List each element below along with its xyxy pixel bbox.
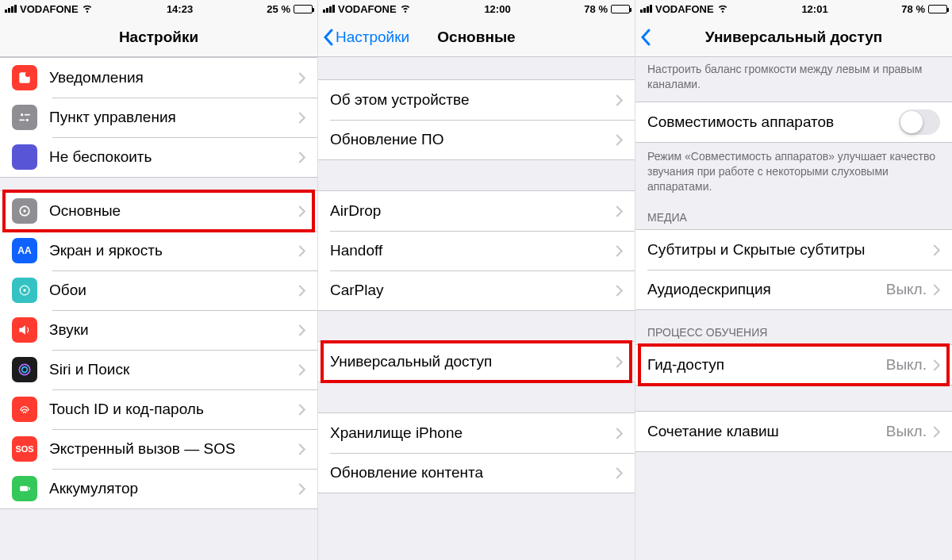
wifi-icon (82, 2, 93, 16)
row-carplay[interactable]: CarPlay (318, 270, 635, 310)
chevron-right-icon (933, 359, 940, 371)
chevron-right-icon (616, 285, 623, 297)
chevron-right-icon (933, 244, 940, 256)
chevron-right-icon (298, 483, 305, 495)
wifi-icon (400, 2, 411, 16)
row-display[interactable]: AA Экран и яркость (0, 231, 317, 270)
chevron-right-icon (298, 245, 305, 257)
row-general[interactable]: Основные (0, 191, 317, 231)
back-button[interactable] (640, 29, 651, 46)
page-title: Универсальный доступ (705, 29, 882, 46)
row-battery[interactable]: Аккумулятор (0, 469, 317, 508)
accessibility-list[interactable]: Настроить баланс громкости между левым и… (635, 57, 952, 560)
chevron-right-icon (616, 356, 623, 368)
sos-icon: SOS (12, 436, 37, 462)
clock: 12:01 (801, 3, 827, 15)
fingerprint-icon (12, 397, 37, 422)
svg-rect-12 (20, 486, 28, 492)
svg-point-9 (23, 289, 25, 291)
row-dnd[interactable]: Не беспокоить (0, 137, 317, 177)
status-bar: VODAFONE 12:00 78 % (318, 0, 635, 17)
page-title: Настройки (119, 29, 198, 46)
chevron-right-icon (616, 245, 623, 257)
battery-icon (294, 5, 313, 13)
nav-bar: Универсальный доступ (635, 17, 952, 57)
chevron-right-icon (933, 284, 940, 296)
balance-footer: Настроить баланс громкости между левым и… (635, 57, 952, 94)
svg-point-11 (22, 367, 28, 373)
page-title: Основные (437, 29, 515, 46)
svg-rect-5 (19, 120, 25, 121)
screen-general: VODAFONE 12:00 78 % Настройки Основные О… (317, 0, 635, 560)
row-subtitles[interactable]: Субтитры и Скрытые субтитры (635, 230, 952, 270)
chevron-right-icon (298, 152, 305, 163)
svg-point-1 (25, 72, 31, 78)
row-control-center[interactable]: Пункт управления (0, 98, 317, 137)
general-list[interactable]: Об этом устройстве Обновление ПО AirDrop… (318, 57, 635, 560)
moon-icon (12, 144, 37, 170)
control-center-icon (12, 105, 37, 130)
signal-icon (323, 5, 335, 13)
chevron-right-icon (298, 404, 305, 416)
chevron-right-icon (298, 443, 305, 455)
row-audio-description[interactable]: АудиодескрипцияВыкл. (635, 270, 952, 309)
row-handoff[interactable]: Handoff (318, 231, 635, 270)
clock: 14:23 (167, 3, 193, 15)
carrier: VODAFONE (20, 3, 79, 15)
row-shortcut[interactable]: Сочетание клавишВыкл. (635, 412, 952, 451)
svg-rect-13 (29, 487, 30, 489)
row-software-update[interactable]: Обновление ПО (318, 120, 635, 159)
battery-pct: 78 % (901, 3, 925, 15)
signal-icon (640, 5, 652, 13)
row-notifications[interactable]: Уведомления (0, 58, 317, 98)
row-airdrop[interactable]: AirDrop (318, 191, 635, 231)
row-touchid[interactable]: Touch ID и код-пароль (0, 389, 317, 429)
chevron-right-icon (298, 364, 305, 376)
svg-point-10 (19, 364, 29, 374)
gear-icon (12, 198, 37, 224)
siri-icon (12, 357, 37, 382)
status-bar: VODAFONE 14:23 25 % (0, 0, 317, 17)
chevron-right-icon (616, 134, 623, 146)
row-siri[interactable]: Siri и Поиск (0, 350, 317, 389)
battery-icon (611, 5, 630, 13)
nav-bar: Настройки (0, 17, 317, 57)
chevron-right-icon (298, 205, 305, 217)
settings-list[interactable]: Уведомления Пункт управления Не беспокои… (0, 57, 317, 560)
carrier: VODAFONE (338, 3, 397, 15)
row-sounds[interactable]: Звуки (0, 310, 317, 350)
screen-accessibility: VODAFONE 12:01 78 % Универсальный доступ… (635, 0, 952, 560)
chevron-right-icon (616, 428, 623, 439)
clock: 12:00 (484, 3, 510, 15)
row-wallpaper[interactable]: Обои (0, 270, 317, 310)
speaker-icon (12, 317, 37, 343)
chevron-right-icon (933, 426, 940, 438)
chevron-right-icon (616, 94, 623, 106)
row-hearing-aid-compat[interactable]: Совместимость аппаратов (635, 102, 952, 142)
chevron-right-icon (616, 205, 623, 217)
battery-pct: 78 % (584, 3, 608, 15)
row-about[interactable]: Об этом устройстве (318, 80, 635, 120)
row-accessibility[interactable]: Универсальный доступ (318, 342, 635, 382)
wallpaper-icon (12, 278, 37, 303)
row-storage[interactable]: Хранилище iPhone (318, 413, 635, 453)
carrier: VODAFONE (655, 3, 714, 15)
status-bar: VODAFONE 12:01 78 % (635, 0, 952, 17)
display-icon: AA (12, 238, 37, 263)
chevron-right-icon (298, 112, 305, 124)
svg-point-2 (21, 113, 23, 116)
svg-point-7 (23, 209, 25, 212)
row-background-refresh[interactable]: Обновление контента (318, 453, 635, 493)
notifications-icon (12, 65, 37, 90)
chevron-right-icon (616, 467, 623, 479)
toggle-off[interactable] (899, 109, 940, 135)
back-button[interactable]: Настройки (323, 29, 409, 46)
section-header-media: МЕДИА (635, 195, 952, 229)
chevron-right-icon (298, 324, 305, 336)
row-sos[interactable]: SOS Экстренный вызов — SOS (0, 429, 317, 469)
row-guided-access[interactable]: Гид-доступВыкл. (635, 345, 952, 385)
svg-rect-3 (25, 114, 30, 116)
battery-icon (928, 5, 947, 13)
chevron-right-icon (298, 72, 305, 84)
section-header-learning: ПРОЦЕСС ОБУЧЕНИЯ (635, 310, 952, 344)
